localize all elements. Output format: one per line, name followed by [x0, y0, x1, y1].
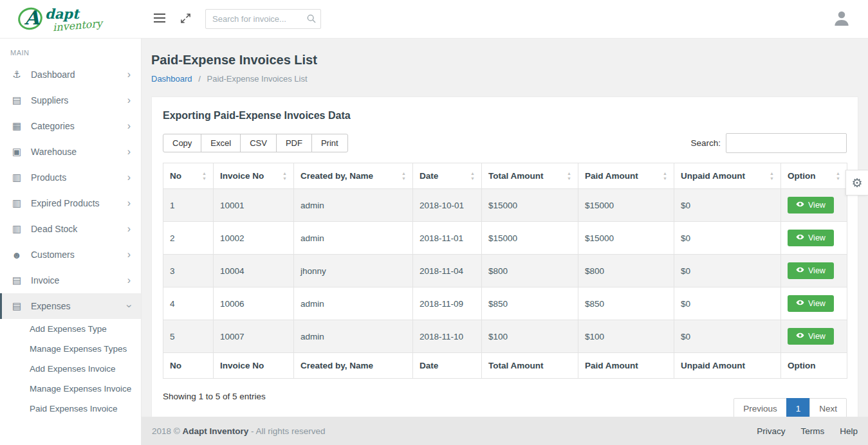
sidebar-item-products[interactable]: ▥ Products › [0, 165, 141, 190]
column-header-invoice-no[interactable]: Invoice No▲▼ [214, 163, 294, 189]
next-page-button[interactable]: Next [809, 398, 847, 417]
pdf-button[interactable]: PDF [276, 134, 312, 152]
cell-paid-amount: $850 [578, 287, 674, 320]
cell-paid-amount: $15000 [578, 189, 674, 222]
sidebar-subitem-manage-expenses-types[interactable]: Manage Expenses Types [0, 339, 141, 359]
cell-paid-amount: $100 [578, 320, 674, 353]
breadcrumb: Dashboard / Paid-Expense Invoices List [151, 74, 858, 84]
view-button[interactable]: View [788, 230, 834, 246]
page-1-button[interactable]: 1 [786, 398, 811, 417]
cell-option: View [781, 287, 847, 320]
dashboard-icon: ⚓ [10, 69, 23, 80]
sidebar-subitem-add-expenses-type[interactable]: Add Expenses Type [0, 319, 141, 339]
csv-button[interactable]: CSV [240, 134, 277, 152]
eye-icon [796, 233, 804, 243]
dead-stock-icon: ▥ [10, 223, 23, 235]
sidebar-item-invoice[interactable]: ▤ Invoice › [0, 268, 141, 293]
sort-icon: ▲▼ [470, 171, 475, 181]
chevron-right-icon: › [127, 224, 131, 234]
sidebar-item-label: Warehouse [31, 147, 77, 157]
sidebar-item-categories[interactable]: ▦ Categories › [0, 113, 141, 139]
customers-icon: ☻ [10, 250, 23, 260]
sidebar-item-label: Dead Stock [31, 224, 77, 234]
sidebar-item-label: Categories [31, 121, 75, 131]
sidebar-item-warehouse[interactable]: ▣ Warehouse › [0, 139, 141, 165]
sidebar-item-label: Dashboard [31, 69, 75, 80]
cell-created-by: jhonny [294, 255, 413, 287]
cell-date: 2018-11-04 [413, 255, 482, 287]
invoice-search-input[interactable] [205, 9, 321, 29]
eye-icon [796, 200, 804, 210]
view-button[interactable]: View [788, 197, 834, 213]
sidebar-item-label: Expired Products [31, 198, 100, 208]
column-header-total-amount[interactable]: Total Amount▲▼ [482, 163, 578, 189]
search-icon [307, 14, 316, 26]
cell-paid-amount: $800 [578, 255, 674, 287]
column-header-option[interactable]: Option▲▼ [781, 163, 847, 189]
card-heading: Exporting Paid-Expense Invoices Data [163, 110, 847, 122]
sidebar-item-customers[interactable]: ☻ Customers › [0, 242, 141, 268]
footer-column-total-amount: Total Amount [482, 353, 578, 379]
products-icon: ▥ [10, 172, 23, 183]
main-area: Paid-Expense Invoices List Dashboard / P… [142, 39, 868, 445]
help-link[interactable]: Help [840, 426, 858, 436]
cell-invoice-no: 10001 [214, 189, 294, 222]
logo-text: dapt inventory [45, 7, 102, 31]
cell-created-by: admin [294, 320, 413, 353]
cell-date: 2018-11-09 [413, 287, 482, 320]
sidebar-item-suppliers[interactable]: ▤ Suppliers › [0, 87, 141, 113]
column-header-created-by[interactable]: Created by, Name▲▼ [294, 163, 413, 189]
sidebar-subitem-manage-expenses-invoice[interactable]: Manage Expenses Invoice [0, 379, 141, 399]
cell-invoice-no: 10006 [214, 287, 294, 320]
column-header-paid-amount[interactable]: Paid Amount▲▼ [578, 163, 674, 189]
app-logo[interactable]: A dapt inventory [0, 5, 142, 33]
pagination: Previous 1 Next [734, 398, 847, 417]
sidebar-item-dashboard[interactable]: ⚓ Dashboard › [0, 62, 141, 87]
user-menu-button[interactable] [828, 5, 855, 33]
sidebar-subitem-paid-expenses-invoice[interactable]: Paid Expenses Invoice [0, 399, 141, 419]
excel-button[interactable]: Excel [201, 134, 241, 152]
sidebar-subitem-add-expenses-invoice[interactable]: Add Expenses Invoice [0, 359, 141, 379]
table-search-label: Search: [690, 138, 721, 148]
sidebar-toggle-button[interactable] [149, 9, 170, 29]
view-button[interactable]: View [788, 295, 834, 312]
column-header-date[interactable]: Date▲▼ [413, 163, 482, 189]
logo-word-inventory: inventory [52, 19, 102, 33]
suppliers-icon: ▤ [10, 95, 23, 106]
view-button[interactable]: View [788, 328, 834, 345]
footer-column-date: Date [413, 353, 482, 379]
export-button-group: Copy Excel CSV PDF Print [163, 134, 348, 152]
page-content: Paid-Expense Invoices List Dashboard / P… [142, 39, 868, 417]
sidebar-item-dead-stock[interactable]: ▥ Dead Stock › [0, 216, 141, 242]
privacy-link[interactable]: Privacy [757, 426, 785, 436]
fullscreen-toggle-button[interactable] [176, 9, 195, 30]
chevron-right-icon: › [127, 275, 131, 286]
table-search: Search: [690, 133, 847, 153]
copy-button[interactable]: Copy [163, 134, 201, 152]
chevron-right-icon: › [127, 172, 131, 183]
print-button[interactable]: Print [311, 134, 348, 152]
cell-no: 5 [163, 320, 214, 353]
gear-icon: ⚙ [851, 176, 862, 190]
table-search-input[interactable] [726, 133, 847, 153]
sidebar-item-expired-products[interactable]: ▥ Expired Products › [0, 190, 141, 216]
settings-flap-button[interactable]: ⚙ [845, 170, 868, 195]
terms-link[interactable]: Terms [800, 426, 824, 436]
view-button[interactable]: View [788, 262, 834, 279]
table-row: 5 10007 admin 2018-11-10 $100 $100 $0 Vi… [163, 320, 847, 353]
previous-page-button[interactable]: Previous [734, 398, 787, 417]
logo-mark: A [17, 5, 46, 33]
cell-total-amount: $15000 [482, 222, 578, 255]
cell-unpaid-amount: $0 [674, 189, 781, 222]
cell-total-amount: $100 [482, 320, 578, 353]
footer-column-no: No [163, 353, 214, 379]
breadcrumb-dashboard-link[interactable]: Dashboard [151, 74, 192, 84]
cell-date: 2018-11-01 [413, 222, 482, 255]
cell-unpaid-amount: $0 [674, 287, 781, 320]
cell-total-amount: $850 [482, 287, 578, 320]
sidebar-item-expenses[interactable]: ▤ Expenses › [0, 293, 141, 319]
column-header-no[interactable]: No▲▼ [163, 163, 214, 189]
cell-invoice-no: 10002 [214, 222, 294, 255]
footer-column-paid-amount: Paid Amount [578, 353, 674, 379]
column-header-unpaid-amount[interactable]: Unpaid Amount▲▼ [674, 163, 781, 189]
